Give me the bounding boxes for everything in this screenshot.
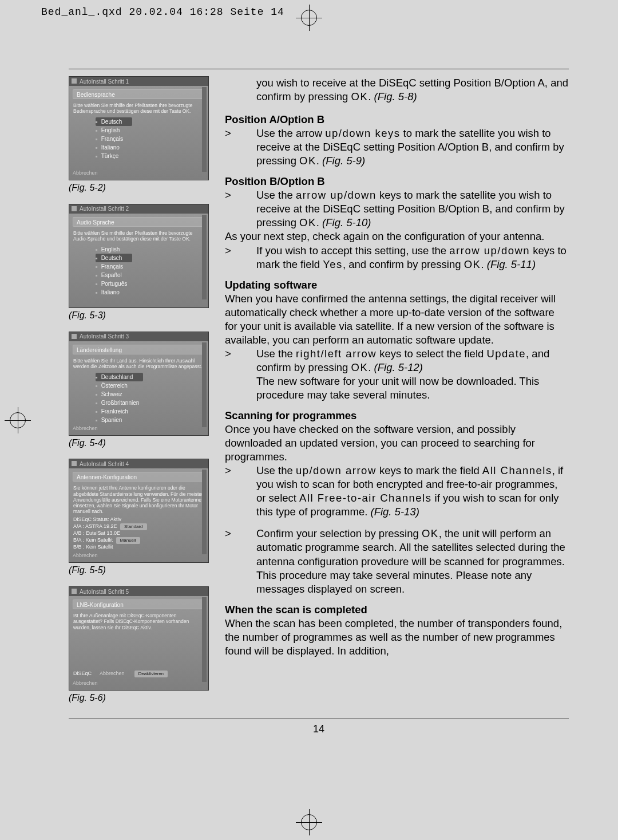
list-item: Deutsch: [96, 254, 132, 262]
panel-header: Ländereinstellung: [73, 345, 205, 354]
list-item: Deutschland: [96, 373, 143, 381]
paragraph: When the scan has been completed, the nu…: [225, 617, 569, 658]
figure-column: AutoInstall Schritt 1 Bediensprache Bitt…: [69, 76, 209, 714]
screenshot-5-3: AutoInstall Schritt 2 Audio Sprache Bitt…: [69, 204, 209, 308]
table-row: A/A : ASTRA 19.2E Standard: [73, 523, 204, 530]
heading: Position B/Option B: [225, 175, 569, 188]
text-column: you wish to receive at the DiSEqC settin…: [225, 76, 569, 714]
paragraph: Once you have checked on the software ve…: [225, 423, 569, 464]
window-titlebar: AutoInstall Schritt 1: [69, 77, 208, 86]
heading: Updating software: [225, 278, 569, 292]
print-header: Bed_anl_.qxd 20.02.04 16:28 Seite 14: [41, 6, 284, 19]
panel-hint: Sie können jetzt Ihre Antenne konfigurie…: [73, 485, 204, 514]
paragraph: you wish to receive at the DiSEqC settin…: [225, 76, 569, 104]
list-item: Italiano: [96, 288, 208, 297]
figure-caption: (Fig. 5-3): [69, 310, 209, 322]
panel-hint: Bitte wählen Sie mithilfe der Pfeiltaste…: [73, 230, 204, 242]
paragraph: >Use the right/left arrow keys to select…: [225, 347, 569, 402]
panel-header: LNB-Konfiguration: [73, 600, 205, 609]
list-item: Schweiz: [96, 390, 208, 399]
list-item: Español: [96, 271, 208, 279]
table-row: B/A : Kein Satellit Manuell: [73, 537, 204, 544]
heading: Scanning for programmes: [225, 409, 569, 423]
screenshot-5-6: AutoInstall Schritt 5 LNB-Konfiguration …: [69, 586, 209, 691]
bottom-rule: [69, 719, 569, 719]
scrollbar: [202, 342, 207, 427]
label: Abbrechen: [100, 671, 125, 677]
paragraph: >Use the up/down arrow keys to mark the …: [225, 464, 569, 519]
paragraph: As your next step, check again on the co…: [225, 230, 569, 243]
window-titlebar: AutoInstall Schritt 4: [69, 459, 208, 468]
paragraph: >If you wish to accept this setting, use…: [225, 244, 569, 271]
crop-mark-bottom: [296, 809, 322, 835]
figure-caption: (Fig. 5-5): [69, 565, 209, 577]
panel-footer: Abbrechen: [73, 680, 98, 688]
list-item: Frankreich: [96, 407, 208, 416]
window-titlebar: AutoInstall Schritt 2: [69, 204, 208, 214]
list-item: Spanien: [96, 416, 208, 424]
panel-hint: Bitte wählen Sie mithilfe der Pfeiltaste…: [73, 102, 204, 114]
window-titlebar: AutoInstall Schritt 3: [69, 332, 208, 341]
panel-footer: Abbrechen: [73, 553, 98, 561]
paragraph: >Confirm your selection by pressing OK, …: [225, 527, 569, 596]
button: Deaktivieren: [134, 671, 168, 677]
figure-caption: (Fig. 5-6): [69, 692, 209, 704]
figure-caption: (Fig. 5-4): [69, 437, 209, 449]
table-row: B/B : Kein Satellit: [73, 544, 204, 551]
list-item: Österreich: [96, 381, 208, 390]
screenshot-5-4: AutoInstall Schritt 3 Ländereinstellung …: [69, 332, 209, 436]
list-item: Português: [96, 279, 208, 288]
list-item: Italiano: [96, 143, 208, 152]
list-item: Großbritannien: [96, 399, 208, 407]
crop-mark-top: [296, 5, 322, 31]
table-row: A/B : EutelSat 13.0E: [73, 530, 204, 537]
screenshot-5-5: AutoInstall Schritt 4 Antennen-Konfigura…: [69, 459, 209, 563]
panel-header: Bediensprache: [73, 89, 205, 99]
button: Standard: [120, 523, 146, 530]
crop-mark-left: [5, 407, 31, 433]
screenshot-5-2: AutoInstall Schritt 1 Bediensprache Bitt…: [69, 76, 209, 180]
button: Manuell: [116, 537, 140, 544]
list-item: Deutsch: [96, 117, 132, 126]
paragraph: When you have confirmed the antenna sett…: [225, 292, 569, 347]
page-number: 14: [69, 723, 569, 736]
label: DiSEqC: [73, 671, 92, 677]
list-item: English: [96, 126, 208, 135]
page-body: AutoInstall Schritt 1 Bediensprache Bitt…: [69, 69, 569, 774]
paragraph: >Use the arrow up/down keys to mark the …: [225, 188, 569, 230]
panel-header: Antennen-Konfiguration: [73, 472, 205, 482]
top-rule: [69, 69, 569, 69]
panel-footer: Abbrechen: [73, 425, 98, 433]
scrollbar: [202, 470, 207, 554]
panel-hint: Ist Ihre Außenanlage mit DiSEqC-Komponen…: [73, 613, 204, 630]
list-item: Français: [96, 135, 208, 143]
paragraph: >Use the arrow up/down keys to mark the …: [225, 127, 569, 168]
heading: Position A/Option B: [225, 113, 569, 127]
scrollbar: [202, 87, 207, 172]
figure-caption: (Fig. 5-2): [69, 182, 209, 194]
scrollbar: [202, 597, 207, 682]
heading: When the scan is completed: [225, 603, 569, 617]
scrollbar: [202, 215, 207, 299]
list-item: English: [96, 245, 208, 254]
diseqc-table: DiSEqC Status: Aktiv A/A : ASTRA 19.2E S…: [73, 516, 204, 551]
panel-footer: Abbrechen: [73, 170, 98, 178]
panel-header: Audio Sprache: [73, 217, 205, 227]
panel-hint: Bitte wählen Sie Ihr Land aus. Hinsichtl…: [73, 358, 204, 369]
list-item: Türkçe: [96, 152, 208, 160]
window-titlebar: AutoInstall Schritt 5: [69, 587, 208, 596]
table-row: DiSEqC Status: Aktiv: [73, 516, 204, 523]
list-item: Français: [96, 262, 208, 271]
